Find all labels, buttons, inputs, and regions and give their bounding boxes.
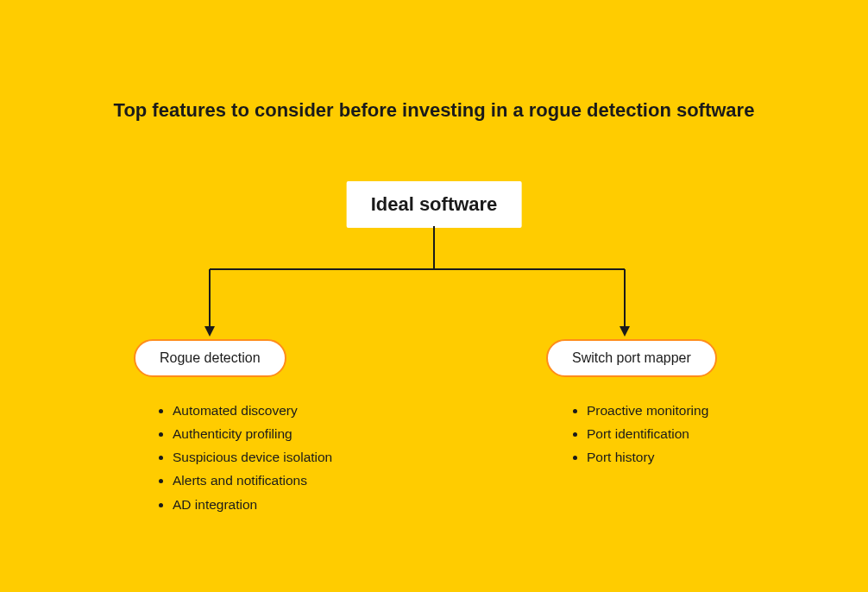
branch-node-rogue-detection: Rogue detection — [134, 339, 286, 377]
list-item: Proactive monitoring — [587, 399, 708, 422]
list-item: Alerts and notifications — [173, 469, 332, 492]
svg-marker-4 — [204, 326, 215, 337]
list-item: Port history — [587, 445, 708, 469]
svg-marker-5 — [620, 326, 630, 337]
diagram-title: Top features to consider before investin… — [0, 99, 868, 122]
connector-lines — [0, 226, 868, 347]
list-item: Suspicious device isolation — [173, 445, 332, 469]
list-item: Authenticity profiling — [173, 422, 332, 445]
branch-node-switch-port-mapper: Switch port mapper — [546, 339, 717, 377]
root-node: Ideal software — [347, 181, 522, 228]
feature-list-left: Automated discovery Authenticity profili… — [173, 399, 332, 516]
list-item: AD integration — [173, 493, 332, 516]
list-item: Port identification — [587, 422, 708, 445]
feature-list-right: Proactive monitoring Port identification… — [587, 399, 708, 469]
list-item: Automated discovery — [173, 399, 332, 422]
